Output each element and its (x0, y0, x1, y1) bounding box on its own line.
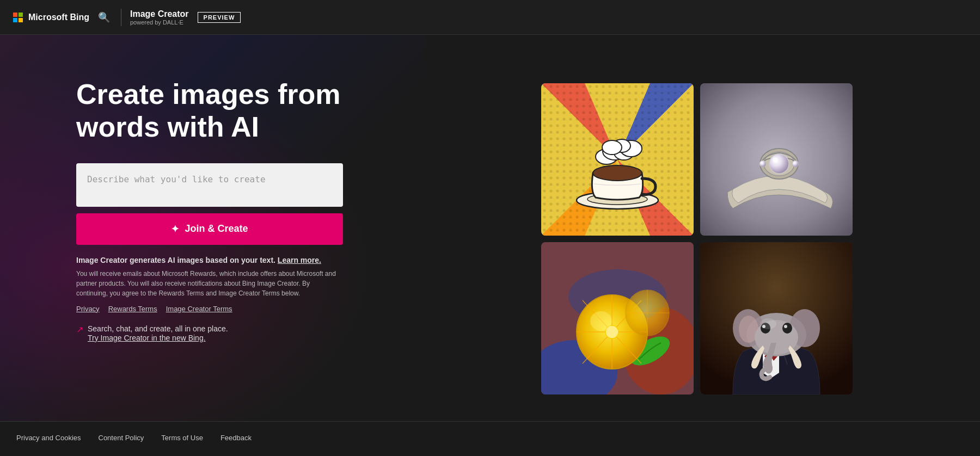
preview-badge: PREVIEW (198, 12, 241, 23)
lemon-svg (541, 242, 694, 395)
microsoft-grid-icon (13, 13, 23, 22)
terms-of-use-link[interactable]: Terms of Use (161, 434, 203, 442)
bing-logo-text: Microsoft Bing (28, 13, 89, 22)
promo-link[interactable]: Try Image Creator in the new Bing. (88, 334, 228, 342)
sparkle-icon: ✦ (171, 223, 179, 235)
footer: Privacy and Cookies Content Policy Terms… (0, 421, 980, 454)
disclaimer-main-text: Image Creator generates AI images based … (76, 256, 275, 264)
image-creator-subtitle: powered by DALL·E (130, 19, 189, 26)
privacy-cookies-link[interactable]: Privacy and Cookies (16, 434, 81, 442)
svg-point-53 (760, 318, 776, 329)
image-cell-lemon (541, 242, 694, 395)
main-content: Create images from words with AI ✦ Join … (0, 35, 980, 421)
disclaimer: Image Creator generates AI images based … (76, 256, 343, 324)
learn-more-link[interactable]: Learn more. (278, 256, 321, 264)
svg-point-21 (773, 157, 778, 163)
svg-point-15 (602, 140, 622, 155)
terms-links: Privacy Rewards Terms Image Creator Term… (76, 305, 343, 313)
disclaimer-main: Image Creator generates AI images based … (76, 256, 343, 264)
privacy-link[interactable]: Privacy (76, 305, 100, 313)
coffee-svg (541, 83, 694, 236)
rewards-terms-link[interactable]: Rewards Terms (108, 305, 157, 313)
svg-point-20 (769, 154, 789, 174)
promo-text: Search, chat, and create, all in one pla… (88, 324, 228, 333)
svg-point-52 (784, 325, 787, 328)
left-panel: Create images from words with AI ✦ Join … (0, 35, 425, 421)
header-divider (121, 9, 121, 26)
search-icon[interactable]: 🔍 (98, 11, 110, 23)
create-button[interactable]: ✦ Join & Create (76, 213, 343, 245)
svg-point-9 (593, 165, 642, 181)
main-heading: Create images from words with AI (76, 78, 370, 144)
svg-point-50 (782, 323, 792, 334)
new-bing-promo: ↗ Search, chat, and create, all in one p… (76, 324, 392, 342)
svg-point-22 (759, 161, 766, 167)
svg-point-36 (590, 311, 612, 331)
arrow-icon: ↗ (76, 324, 83, 335)
image-cell-coffee (541, 83, 694, 236)
image-creator-title: Image Creator (130, 9, 189, 19)
image-creator-header: Image Creator powered by DALL·E (130, 9, 189, 26)
image-grid (541, 83, 853, 395)
create-button-label: Join & Create (185, 223, 248, 235)
header: Microsoft Bing 🔍 Image Creator powered b… (0, 0, 980, 35)
right-panel (425, 35, 980, 421)
logo-area: Microsoft Bing (13, 13, 89, 22)
feedback-link[interactable]: Feedback (220, 434, 252, 442)
image-cell-elephant (700, 242, 853, 395)
svg-point-23 (792, 161, 799, 167)
image-cell-ring (700, 83, 853, 236)
search-input[interactable] (76, 163, 343, 207)
image-creator-terms-link[interactable]: Image Creator Terms (166, 305, 232, 313)
content-policy-link[interactable]: Content Policy (99, 434, 144, 442)
disclaimer-sub-text: You will receive emails about Microsoft … (76, 269, 343, 298)
ring-svg (700, 83, 853, 236)
elephant-svg (700, 242, 853, 395)
